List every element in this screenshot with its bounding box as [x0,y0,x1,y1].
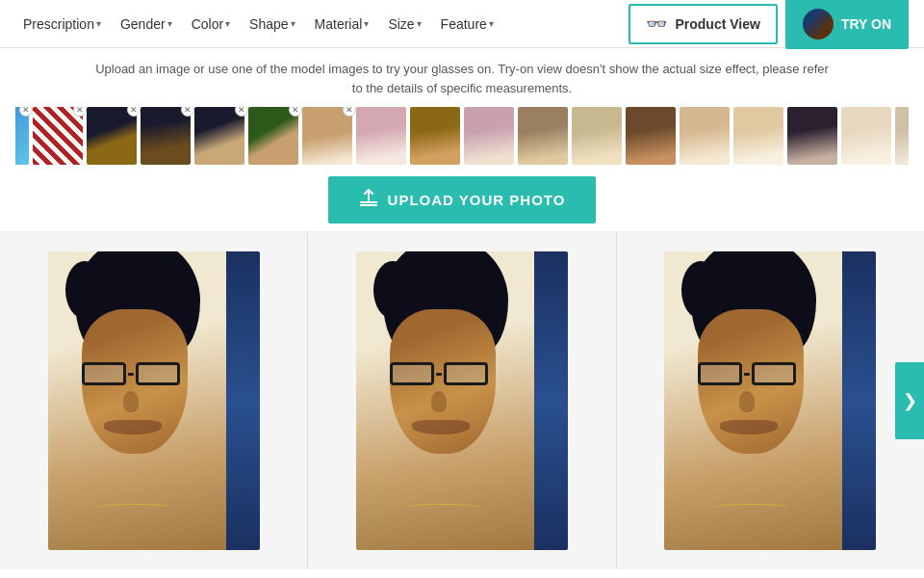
model-thumb-10[interactable] [464,107,514,165]
upload-hint: Upload an image or use one of the model … [15,60,909,97]
filter-shape[interactable]: Shape ▾ [242,13,302,36]
filter-label: Material [315,16,363,32]
chevron-down-icon: ▾ [417,18,422,29]
chevron-down-icon: ▾ [167,18,172,29]
upload-section: Upload an image or use one of the model … [0,48,924,232]
hint-line-1: Upload an image or use one of the model … [95,62,829,76]
close-thumb-icon[interactable]: ✕ [289,107,302,117]
user-thumb-3[interactable]: ✕ [87,107,137,165]
svg-rect-1 [360,204,377,206]
close-thumb-icon[interactable]: ✕ [181,107,194,117]
model-thumb-14[interactable] [680,107,730,165]
filter-label: Size [388,16,414,32]
upload-photo-button[interactable]: UPLOAD YOUR PHOTO [328,176,597,223]
model-thumb-18[interactable] [895,107,909,165]
product-view-button[interactable]: 👓 Product View [629,4,777,44]
filter-prescription[interactable]: Prescription ▾ [15,13,109,36]
close-thumb-icon[interactable]: ✕ [343,107,356,117]
model-thumb-8[interactable] [356,107,406,165]
try-on-label: TRY ON [841,16,891,32]
user-thumb-1[interactable]: ✕ [15,107,29,165]
filter-label: Shape [249,16,288,32]
top-navigation: Prescription ▾ Gender ▾ Color ▾ Shape ▾ … [0,0,924,48]
model-thumb-17[interactable] [841,107,891,165]
filter-color[interactable]: Color ▾ [184,13,238,36]
model-thumb-13[interactable] [626,107,676,165]
photo-frame-1 [48,251,260,550]
model-thumb-12[interactable] [572,107,622,165]
model-thumb-9[interactable] [410,107,460,165]
avatar [803,9,834,39]
close-thumb-icon[interactable]: ✕ [19,107,33,117]
photo-frame-3 [664,251,876,550]
close-thumb-icon[interactable]: ✕ [127,107,141,117]
next-arrow-button[interactable]: ❯ [895,362,924,439]
chevron-down-icon: ▾ [225,18,230,29]
try-on-grid: ❯ [0,232,924,569]
close-thumb-icon[interactable]: ✕ [73,107,87,117]
user-thumb-6[interactable]: ✕ [248,107,298,165]
filter-size[interactable]: Size ▾ [380,13,428,36]
filter-material[interactable]: Material ▾ [307,13,377,36]
user-thumb-2[interactable]: ✕ [33,107,83,165]
filter-group: Prescription ▾ Gender ▾ Color ▾ Shape ▾ … [15,13,501,36]
model-thumb-11[interactable] [518,107,568,165]
filter-label: Prescription [23,16,94,32]
filter-feature[interactable]: Feature ▾ [433,13,501,36]
hint-line-2: to the details of specific measurements. [352,81,572,95]
upload-photo-label: UPLOAD YOUR PHOTO [388,192,566,208]
upload-icon [359,188,378,212]
model-thumb-15[interactable] [733,107,783,165]
try-on-panel-3: ❯ [617,232,924,569]
try-on-panel-1 [0,232,308,569]
try-on-button[interactable]: TRY ON [785,0,909,49]
svg-rect-0 [360,201,377,203]
photo-frame-2 [356,251,568,550]
user-thumb-5[interactable]: ✕ [194,107,244,165]
filter-label: Feature [441,16,487,32]
chevron-down-icon: ▾ [96,18,101,29]
model-thumb-16[interactable] [787,107,837,165]
chevron-down-icon: ▾ [364,18,369,29]
filter-label: Gender [120,16,166,32]
close-thumb-icon[interactable]: ✕ [235,107,248,117]
glasses-icon: 👓 [646,13,667,35]
filter-label: Color [192,16,223,32]
chevron-down-icon: ▾ [489,18,494,29]
try-on-panel-2 [308,232,616,569]
model-thumbnail-strip: ✕ ✕ ✕ ✕ ✕ ✕ ✕ [15,107,909,165]
model-thumb-7[interactable]: ✕ [302,107,352,165]
product-view-label: Product View [675,16,759,32]
nav-action-group: 👓 Product View TRY ON [629,0,909,49]
user-thumb-4[interactable]: ✕ [141,107,191,165]
chevron-down-icon: ▾ [291,18,295,29]
filter-gender[interactable]: Gender ▾ [113,13,180,36]
